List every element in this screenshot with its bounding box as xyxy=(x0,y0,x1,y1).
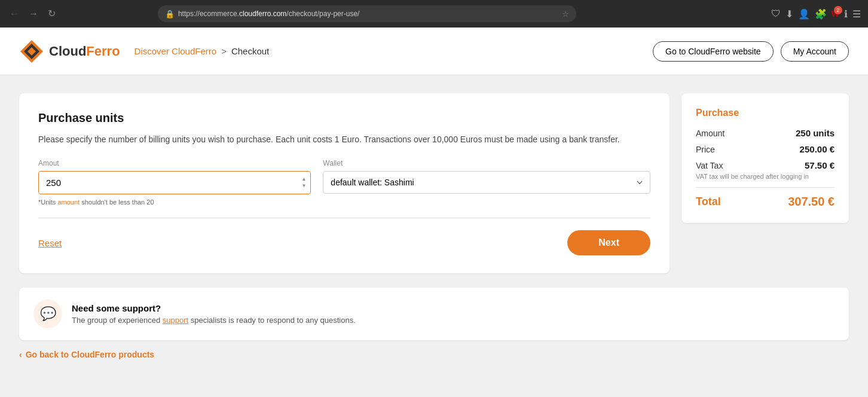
shield-icon: 🛡 xyxy=(771,8,781,19)
menu-icon: ☰ xyxy=(852,8,861,20)
info-icon: ℹ xyxy=(844,8,848,20)
vat-value: 57.50 € xyxy=(805,160,835,170)
go-to-cloudferro-button[interactable]: Go to CloudFerro website xyxy=(653,41,774,62)
logo[interactable]: CloudFerro xyxy=(19,39,120,64)
purchase-units-card: Purchase units Please specify the number… xyxy=(19,93,670,273)
address-bar[interactable]: 🔒 https://ecommerce.cloudferro.com/check… xyxy=(158,5,576,22)
purchase-units-title: Purchase units xyxy=(38,111,650,125)
download-icon: ⬇ xyxy=(786,8,793,20)
breadcrumb: Discover CloudFerro > Checkout xyxy=(135,46,270,56)
card-divider xyxy=(38,218,650,218)
purchase-description: Please specify the number of billing uni… xyxy=(38,133,650,146)
support-icon-wrap: 💬 xyxy=(33,300,62,328)
validation-message: *Units amount shouldn't be less than 20 xyxy=(38,198,311,206)
vat-note: VAT tax will be charged after logging in xyxy=(696,173,835,180)
support-text: Need some support? The group of experien… xyxy=(72,303,356,325)
my-account-button[interactable]: My Account xyxy=(781,41,849,62)
header-actions: Go to CloudFerro website My Account xyxy=(653,41,849,62)
forward-nav-button[interactable]: → xyxy=(26,7,41,21)
support-section: 💬 Need some support? The group of experi… xyxy=(19,288,849,340)
back-chevron-icon: ‹ xyxy=(19,350,22,359)
total-value: 307.50 € xyxy=(788,195,835,209)
total-label: Total xyxy=(696,196,721,208)
summary-title: Purchase xyxy=(696,108,835,118)
support-link[interactable]: support xyxy=(163,316,188,325)
browser-toolbar: 🛡 ⬇ 👤 🧩 W 2 ℹ ☰ xyxy=(771,8,861,20)
amount-label: Amout xyxy=(38,159,311,167)
support-description: The group of experienced support special… xyxy=(72,316,356,325)
summary-price-row: Price 250.00 € xyxy=(696,144,835,154)
url-text: https://ecommerce.cloudferro.com/checkou… xyxy=(178,10,558,18)
bottom-section: 💬 Need some support? The group of experi… xyxy=(19,288,849,359)
card-actions: Reset Next xyxy=(38,230,650,255)
spinner-up-button[interactable]: ▲ xyxy=(301,176,307,182)
browser-chrome: ← → ↻ 🔒 https://ecommerce.cloudferro.com… xyxy=(0,0,868,28)
wallet-field-group: Wallet default wallet: Sashimi xyxy=(323,159,650,194)
support-heading: Need some support? xyxy=(72,303,356,313)
amount-spinners: ▲ ▼ xyxy=(301,176,307,189)
chat-icon: 💬 xyxy=(40,306,56,322)
form-row: Amout ▲ ▼ *Units amount shouldn't be les… xyxy=(38,159,650,206)
summary-amount-row: Amount 250 units xyxy=(696,128,835,138)
back-nav-button[interactable]: ← xyxy=(7,7,22,21)
price-label: Price xyxy=(696,145,715,154)
logo-text: CloudFerro xyxy=(49,44,120,59)
back-link[interactable]: ‹ Go back to CloudFerro products xyxy=(19,350,849,359)
next-button[interactable]: Next xyxy=(567,230,650,255)
logo-icon xyxy=(19,39,44,64)
breadcrumb-separator: > xyxy=(221,46,227,56)
amount-input[interactable] xyxy=(39,172,310,194)
price-value: 250.00 € xyxy=(800,144,835,154)
main-content: Purchase units Please specify the number… xyxy=(0,75,868,397)
content-row: Purchase units Please specify the number… xyxy=(19,93,849,273)
amount-label: Amount xyxy=(696,129,725,138)
profile-icon: 👤 xyxy=(798,8,810,20)
summary-card: Purchase Amount 250 units Price 250.00 €… xyxy=(681,93,849,223)
breadcrumb-current: Checkout xyxy=(231,46,269,56)
amount-field-group: Amout ▲ ▼ *Units amount shouldn't be les… xyxy=(38,159,311,206)
amount-input-wrapper: ▲ ▼ xyxy=(38,171,311,194)
site-header: CloudFerro Discover CloudFerro > Checkou… xyxy=(0,28,868,75)
wallet-label: Wallet xyxy=(323,159,650,167)
breadcrumb-discover-link[interactable]: Discover CloudFerro xyxy=(135,46,217,56)
extensions-icon: 🧩 xyxy=(815,8,827,20)
addon-icon: W 2 xyxy=(832,8,839,19)
summary-total-row: Total 307.50 € xyxy=(696,195,835,209)
reset-button[interactable]: Reset xyxy=(38,238,62,248)
spinner-down-button[interactable]: ▼ xyxy=(301,183,307,189)
vat-label: Vat Tax xyxy=(696,161,723,170)
amount-value: 250 units xyxy=(796,128,835,138)
reload-button[interactable]: ↻ xyxy=(45,7,58,21)
wallet-select[interactable]: default wallet: Sashimi xyxy=(323,171,650,194)
summary-vat-row: Vat Tax 57.50 € xyxy=(696,160,835,170)
summary-divider xyxy=(696,187,835,188)
